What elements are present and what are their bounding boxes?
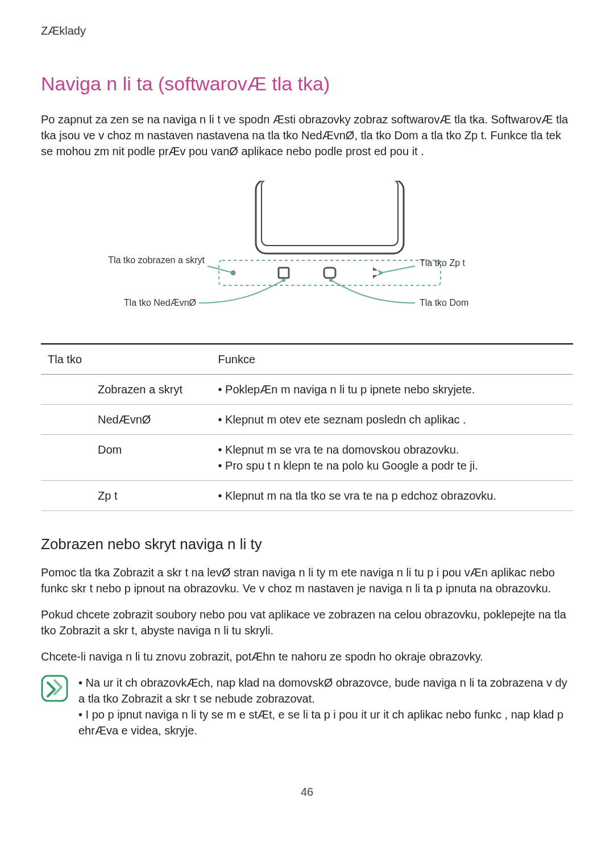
diagram-label-home: Tla tko Dom [420,298,468,308]
paragraph-2: Pokud chcete zobrazit soubory nebo pou v… [41,607,573,638]
cell-button: Dom [41,434,211,480]
note-icon [41,675,68,702]
diagram-svg: Tla tko zobrazen a skryt Tla tko NedÆvnØ… [97,175,517,323]
table-row: Zp t • Klepnut m na tla tko se vra te na… [41,480,573,510]
svg-point-11 [379,271,383,275]
table-row: Zobrazen a skryt • PoklepÆn m naviga n l… [41,374,573,404]
diagram-label-back: Tla tko Zp t [420,258,466,268]
cell-function: • Klepnut m se vra te na domovskou obraz… [211,434,573,480]
intro-paragraph: Po zapnut za zen se na naviga n li t ve … [41,111,573,159]
svg-line-10 [381,266,415,273]
svg-rect-1 [262,180,398,246]
note-item-1: • Na ur it ch obrazovkÆch, nap klad na d… [78,675,573,707]
cell-button: NedÆvnØ [41,404,211,434]
table-row: NedÆvnØ • Klepnut m otev ete seznam posl… [41,404,573,434]
paragraph-1: Pomoc tla tka Zobrazit a skr t na levØ s… [41,564,573,596]
page-number: 46 [41,784,573,800]
cell-function: • Klepnut m na tla tko se vra te na p ed… [211,480,573,510]
cell-function: • Klepnut m otev ete seznam posledn ch a… [211,404,573,434]
svg-rect-5 [279,268,289,278]
svg-point-12 [329,279,333,282]
breadcrumb: ZÆklady [41,23,573,39]
diagram-label-recent: Tla tko NedÆvnØ [124,298,196,308]
svg-rect-6 [324,268,335,278]
svg-point-8 [231,271,235,275]
nav-bar-diagram: Tla tko zobrazen a skryt Tla tko NedÆvnØ… [41,175,573,323]
function-table: Tla tko Funkce Zobrazen a skryt • Poklep… [41,343,573,511]
cell-function: • PoklepÆn m naviga n li tu p ipnete neb… [211,374,573,404]
svg-line-7 [208,266,233,273]
th-button: Tla tko [41,344,211,375]
svg-rect-3 [219,260,441,285]
note-item-2: • I po p ipnut naviga n li ty se m e stÆ… [78,707,573,738]
svg-rect-0 [256,180,404,254]
table-row: Dom • Klepnut m se vra te na domovskou o… [41,434,573,480]
page-title: Naviga n li ta (softwarovÆ tla tka) [41,70,573,98]
svg-rect-2 [250,175,409,181]
paragraph-3: Chcete-li naviga n li tu znovu zobrazit,… [41,649,573,665]
cell-button: Zp t [41,480,211,510]
th-function: Funkce [211,344,573,375]
sub-heading: Zobrazen nebo skryt naviga n li ty [41,534,573,554]
cell-button: Zobrazen a skryt [41,374,211,404]
svg-point-9 [282,279,285,282]
diagram-label-show-hide: Tla tko zobrazen a skryt [108,255,205,265]
